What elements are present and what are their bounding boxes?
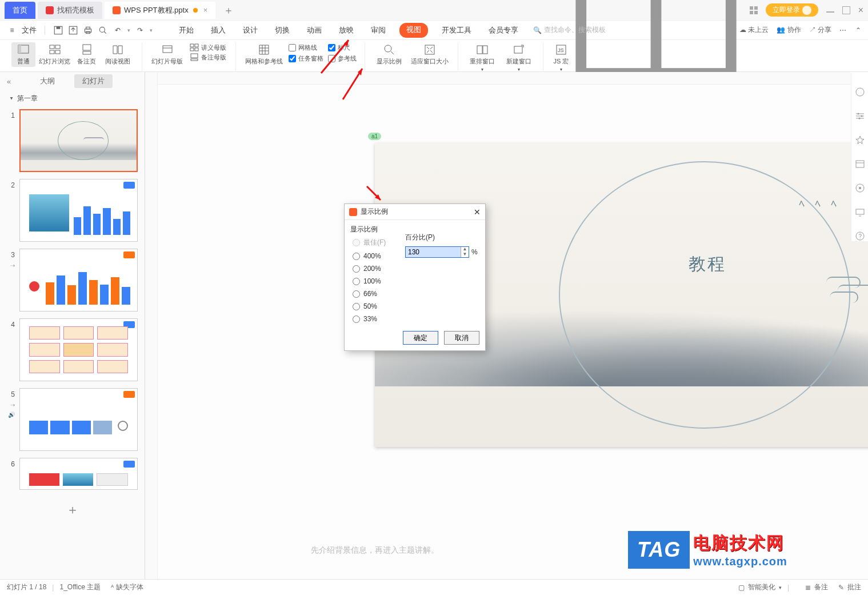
- zoom-button[interactable]: 显示比例: [371, 42, 407, 67]
- radio-100[interactable]: 100%: [353, 277, 479, 285]
- radio-66[interactable]: 66%: [353, 290, 479, 298]
- handout-master-button[interactable]: 讲义母版: [190, 43, 226, 52]
- window-maximize-icon[interactable]: [842, 6, 850, 14]
- outline-tab[interactable]: 大纲: [32, 74, 63, 88]
- settings-slider-icon[interactable]: [855, 111, 865, 121]
- command-search[interactable]: 🔍 查找命令、搜索模板: [533, 25, 606, 35]
- ribbon-tab-start[interactable]: 开始: [175, 23, 197, 38]
- undo-icon[interactable]: ↶: [113, 25, 123, 35]
- js-macro-icon: JS: [555, 43, 567, 56]
- svg-rect-11: [18, 45, 21, 53]
- missing-font-button[interactable]: ᴬ缺失字体: [111, 582, 143, 592]
- ribbon-tab-design[interactable]: 设计: [239, 23, 261, 38]
- slide-thumb-6[interactable]: 6: [7, 458, 138, 490]
- grid-guides-button[interactable]: 网格和参考线: [242, 42, 286, 67]
- slide-thumb-2[interactable]: 2: [7, 179, 138, 242]
- status-notes-button[interactable]: ≣备注: [805, 582, 828, 592]
- tab-current-file[interactable]: WPS PPT教程.pptx ×: [105, 2, 215, 19]
- print-preview-icon[interactable]: [98, 25, 108, 35]
- menu-icon[interactable]: ≡: [7, 25, 17, 35]
- transition-icon: ⇢: [10, 262, 15, 269]
- slides-tab[interactable]: 幻灯片: [74, 74, 113, 88]
- ribbon-tab-insert[interactable]: 插入: [207, 23, 229, 38]
- spinner-down-icon[interactable]: ▼: [461, 252, 469, 257]
- ribbon-tab-member[interactable]: 会员专享: [485, 23, 522, 38]
- style-icon[interactable]: [855, 135, 865, 145]
- fit-window-button[interactable]: 适应窗口大小: [407, 42, 452, 67]
- login-button[interactable]: 立即登录: [766, 3, 818, 17]
- redo-icon[interactable]: ↷: [135, 25, 145, 35]
- file-menu[interactable]: 文件: [22, 25, 37, 35]
- status-comments-button[interactable]: ✎批注: [838, 582, 861, 592]
- normal-view-icon: [17, 43, 30, 56]
- cloud-status[interactable]: ☁ 未上云: [739, 25, 769, 35]
- radio-200[interactable]: 200%: [353, 265, 479, 273]
- svg-point-37: [858, 118, 860, 119]
- ok-button[interactable]: 确定: [403, 331, 438, 345]
- redo-dropdown-icon[interactable]: ▾: [150, 27, 153, 33]
- view-notes-button[interactable]: 备注页: [74, 42, 99, 67]
- teach-icon[interactable]: [855, 207, 865, 217]
- export-icon[interactable]: [68, 25, 78, 35]
- svg-rect-13: [55, 45, 60, 49]
- undo-dropdown-icon[interactable]: ▾: [127, 27, 130, 33]
- dialog-close-icon[interactable]: ✕: [474, 207, 481, 217]
- view-reading-button[interactable]: 阅读视图: [99, 42, 136, 67]
- ribbon-tab-view[interactable]: 视图: [399, 23, 428, 38]
- tab-templates[interactable]: 找稻壳模板: [38, 2, 102, 19]
- notes-placeholder[interactable]: 先介绍背景信息，再进入主题讲解。: [307, 544, 851, 558]
- slide-master-button[interactable]: 幻灯片母版: [148, 42, 186, 67]
- template-icon[interactable]: [855, 159, 865, 169]
- cancel-button[interactable]: 取消: [444, 331, 479, 345]
- slide-thumb-5[interactable]: 5⇢🔊: [7, 388, 138, 451]
- ribbon-tab-transition[interactable]: 切换: [271, 23, 293, 38]
- share-button[interactable]: ↗ 分享: [809, 25, 831, 35]
- radio-33[interactable]: 33%: [353, 315, 479, 323]
- new-window-button[interactable]: 新建窗口▾: [501, 42, 537, 73]
- collapse-ribbon-icon[interactable]: ⌃: [855, 26, 861, 34]
- slide-thumb-4[interactable]: 4: [7, 318, 138, 381]
- radio-50[interactable]: 50%: [353, 302, 479, 310]
- new-tab-button[interactable]: ＋: [218, 2, 239, 19]
- tab-close-icon[interactable]: ×: [203, 6, 208, 14]
- zoom-dialog: 显示比例 ✕ 显示比例 最佳(F) 400% 200% 100% 66% 50%…: [344, 203, 486, 351]
- more-menu-icon[interactable]: ⋯: [839, 26, 847, 34]
- cooperate-button[interactable]: 👥 协作: [777, 25, 801, 35]
- chapter-header[interactable]: 第一章: [0, 88, 145, 109]
- svg-rect-28: [425, 45, 434, 54]
- svg-rect-15: [55, 50, 60, 54]
- chk-ruler[interactable]: 标尺: [328, 43, 357, 52]
- percent-input[interactable]: [406, 247, 461, 257]
- chk-guides[interactable]: 参考线: [328, 54, 357, 63]
- app-grid-icon[interactable]: [750, 6, 758, 14]
- svg-point-34: [856, 88, 864, 96]
- notes-master-button[interactable]: 备注母版: [190, 53, 226, 62]
- tab-home[interactable]: 首页: [5, 2, 35, 19]
- help-icon[interactable]: ?: [855, 231, 865, 241]
- ribbon-tab-devtools[interactable]: 开发工具: [438, 23, 475, 38]
- window-minimize-icon[interactable]: [826, 11, 834, 13]
- chk-taskpane[interactable]: 任务窗格: [289, 54, 323, 63]
- percent-spinner[interactable]: ▲▼: [405, 246, 469, 258]
- chk-gridlines[interactable]: 网格线: [289, 43, 323, 52]
- smart-beautify-button[interactable]: ▢智能美化▾: [738, 582, 782, 592]
- print-icon[interactable]: [83, 25, 93, 35]
- ribbon-tab-slideshow[interactable]: 放映: [335, 23, 357, 38]
- ribbon-tab-animation[interactable]: 动画: [303, 23, 325, 38]
- slide-thumb-3[interactable]: 3⇢: [7, 249, 138, 312]
- view-normal-button[interactable]: 普通: [11, 42, 35, 67]
- status-theme[interactable]: 1_Office 主题: [59, 582, 101, 592]
- collapse-panel-icon[interactable]: «: [7, 77, 11, 86]
- dropdown-icon: ▾: [518, 67, 520, 72]
- arrange-windows-button[interactable]: 重排窗口▾: [464, 42, 501, 73]
- window-close-icon[interactable]: ×: [858, 5, 863, 15]
- slide-thumb-1[interactable]: 1: [7, 109, 138, 172]
- search-placeholder: 查找命令、搜索模板: [544, 25, 606, 35]
- material-icon[interactable]: [855, 183, 865, 193]
- add-slide-button[interactable]: ＋: [7, 497, 138, 523]
- view-sorter-button[interactable]: 幻灯片浏览: [35, 42, 74, 67]
- ribbon-tab-review[interactable]: 审阅: [367, 23, 389, 38]
- ai-assist-icon[interactable]: [855, 87, 865, 97]
- save-icon[interactable]: [53, 25, 63, 35]
- js-macro-button[interactable]: JSJS 宏▾: [549, 42, 573, 73]
